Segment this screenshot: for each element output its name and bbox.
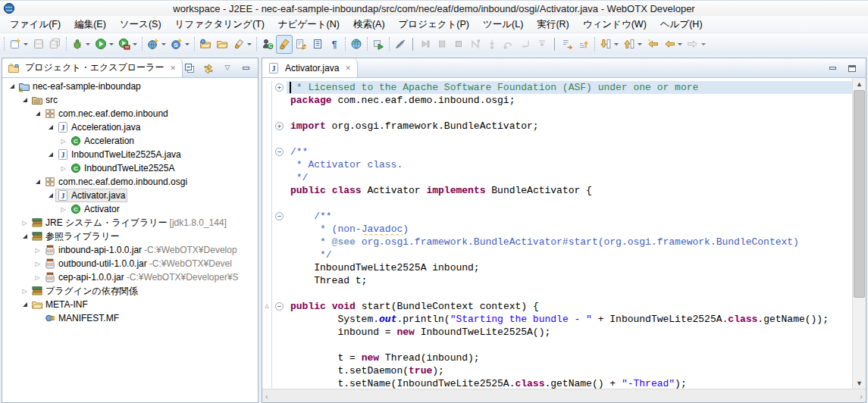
run-last-button[interactable]: [116, 35, 139, 54]
collapse-arrow-icon[interactable]: [20, 234, 30, 239]
code-line[interactable]: */: [262, 171, 852, 184]
scroll-right-arrow[interactable]: ›: [860, 392, 863, 401]
expand-fold-icon[interactable]: +: [275, 122, 284, 130]
tree-item-com.nec.eaf.demo.inbound[interactable]: com.nec.eaf.demo.inbound: [2, 107, 258, 120]
horizontal-scrollbar[interactable]: ‹ ›: [262, 389, 866, 402]
step-return-button[interactable]: [517, 35, 534, 54]
menu-item-navigate[interactable]: ナビゲート(N): [271, 16, 346, 33]
pause-button[interactable]: [434, 35, 450, 54]
collapse-arrow-icon[interactable]: [33, 180, 42, 184]
maximize-editor-button[interactable]: [845, 61, 859, 75]
new-web-service-button[interactable]: [145, 35, 168, 54]
tree-item-com.nec.eaf.demo.inbound.osgi[interactable]: com.nec.eaf.demo.inbound.osgi: [2, 175, 258, 189]
expand-arrow-icon[interactable]: ▷: [58, 138, 68, 145]
tab-activator-java[interactable]: J Activator.java ✕: [262, 58, 358, 77]
open-type-button[interactable]: C: [259, 35, 276, 54]
disconnect-button[interactable]: [467, 35, 484, 54]
web-browser-button[interactable]: [348, 35, 365, 54]
code-line[interactable]: −/**: [262, 145, 852, 158]
collapse-arrow-icon[interactable]: [45, 125, 55, 130]
forward-button[interactable]: [685, 35, 708, 54]
tree-item-nec-eaf-sample-inboundap[interactable]: nec-eaf-sample-inboundap: [2, 80, 258, 93]
tree-item-cep-api-1.0.0.jar[interactable]: ▷010cep-api-1.0.0.jar -C:¥WebOTX¥Develop…: [2, 270, 258, 284]
code-line[interactable]: [262, 287, 852, 300]
scroll-left-arrow[interactable]: ‹: [265, 392, 268, 401]
dropdown-caret-icon[interactable]: [638, 43, 642, 45]
menu-item-source[interactable]: ソース(S): [113, 16, 168, 33]
code-line[interactable]: * @see org.osgi.framework.BundleActivato…: [262, 236, 852, 248]
open-resource-button[interactable]: [197, 35, 214, 54]
dropdown-caret-icon[interactable]: [109, 43, 114, 45]
code-area[interactable]: + * Licensed to the Apache Software Foun…: [262, 78, 852, 389]
previous-edit-location-button[interactable]: [621, 35, 644, 54]
expand-arrow-icon[interactable]: ▷: [33, 274, 42, 281]
step-over-button[interactable]: [500, 35, 517, 54]
tree-item-acceleration[interactable]: ▷CAcceleration: [2, 134, 258, 148]
search-brush-button[interactable]: [230, 35, 254, 54]
dropdown-caret-icon[interactable]: [701, 43, 706, 45]
scroll-up-arrow[interactable]: ▲: [853, 78, 866, 89]
back-button[interactable]: [661, 35, 685, 54]
editor-tab-close-icon[interactable]: ✕: [343, 64, 353, 73]
code-line[interactable]: public class Activator implements Bundle…: [262, 184, 852, 197]
terminate-button[interactable]: [450, 35, 467, 54]
collapse-arrow-icon[interactable]: [33, 111, 42, 116]
explorer-tab-close-icon[interactable]: ✕: [168, 64, 177, 73]
dropdown-caret-icon[interactable]: [133, 43, 137, 45]
scroll-down-arrow[interactable]: ▼: [853, 377, 866, 389]
expand-fold-icon[interactable]: +: [275, 83, 284, 92]
tree-item-acceleration.java[interactable]: JAcceleration.java: [2, 120, 258, 134]
code-line[interactable]: +import org.osgi.framework.BundleActivat…: [262, 120, 852, 133]
outline-button[interactable]: [309, 35, 326, 54]
tree-item-jre[interactable]: ▷JRE システム・ライブラリー [jdk1.8.0_144]: [2, 216, 258, 230]
code-line[interactable]: △−public void start(BundleContext contex…: [262, 300, 852, 313]
prev-annotation-button[interactable]: [575, 35, 592, 54]
drop-to-frame-button[interactable]: [534, 35, 550, 54]
menu-item-search[interactable]: 検索(A): [346, 16, 392, 33]
dropdown-caret-icon[interactable]: [614, 43, 619, 45]
dropdown-caret-icon[interactable]: [247, 43, 252, 45]
collapse-fold-icon[interactable]: −: [275, 302, 284, 311]
next-annotation-button[interactable]: [559, 35, 575, 54]
code-line[interactable]: package com.nec.eaf.demo.inbound.osgi;: [262, 94, 852, 107]
tree-item-node[interactable]: 参照ライブラリー: [2, 230, 258, 243]
code-line[interactable]: */: [262, 248, 852, 261]
tree-item-inboundtwelite2525a[interactable]: ▷CInboundTweLite2525A: [2, 161, 258, 175]
dropdown-caret-icon[interactable]: [86, 43, 90, 45]
run-external-button[interactable]: [370, 35, 387, 54]
code-line[interactable]: * (non-Javadoc): [262, 223, 852, 236]
collapse-arrow-icon[interactable]: [20, 302, 30, 307]
code-line[interactable]: System.out.println("Starting the bundle …: [262, 313, 852, 326]
tree-item-inboundtwelite2525a.java[interactable]: JInboundTweLite2525A.java: [2, 148, 258, 161]
code-line[interactable]: t = new Thread(inbound);: [262, 351, 852, 364]
collapse-arrow-icon[interactable]: [45, 193, 55, 198]
expand-arrow-icon[interactable]: ▷: [58, 206, 68, 213]
collapse-fold-icon[interactable]: −: [275, 212, 284, 220]
code-line[interactable]: InboundTweLite2525A inbound;: [262, 261, 852, 274]
code-line[interactable]: inbound = new InboundTweLite2525A();: [262, 326, 852, 339]
save-button[interactable]: [30, 35, 47, 54]
expand-arrow-icon[interactable]: ▷: [33, 261, 42, 267]
menu-item-project[interactable]: プロジェクト(P): [392, 16, 476, 33]
collapse-arrow-icon[interactable]: [7, 84, 17, 89]
tree-item-inbound-api-1.0.0.jar[interactable]: ▷010inbound-api-1.0.0.jar -C:¥WebOTX¥Dev…: [2, 243, 258, 257]
expand-arrow-icon[interactable]: ▷: [20, 220, 30, 226]
resume-button[interactable]: [417, 35, 434, 54]
link-with-editor-button[interactable]: [202, 61, 215, 75]
code-line[interactable]: t.setDaemon(true);: [262, 364, 852, 377]
dropdown-caret-icon[interactable]: [678, 43, 682, 45]
collapse-all-button[interactable]: [183, 61, 196, 75]
menu-item-refactoring[interactable]: リファクタリング(T): [168, 16, 271, 33]
expand-arrow-icon[interactable]: ▷: [58, 165, 68, 172]
save-all-button[interactable]: [47, 35, 64, 54]
tree-item-manifest.mf[interactable]: MANIFEST.MF: [2, 311, 258, 325]
menu-item-file[interactable]: ファイル(F): [3, 16, 67, 33]
code-line[interactable]: t.setName(InboundTweLite2525A.class.getN…: [262, 377, 852, 389]
collapse-arrow-icon[interactable]: [20, 98, 30, 102]
expand-arrow-icon[interactable]: ▷: [20, 288, 30, 295]
dropdown-caret-icon[interactable]: [24, 43, 28, 45]
code-line[interactable]: + * Licensed to the Apache Software Foun…: [262, 81, 852, 94]
vertical-scrollbar-thumb[interactable]: [854, 90, 865, 298]
minimize-editor-button[interactable]: [826, 61, 839, 75]
minimize-view-button[interactable]: [240, 61, 253, 75]
